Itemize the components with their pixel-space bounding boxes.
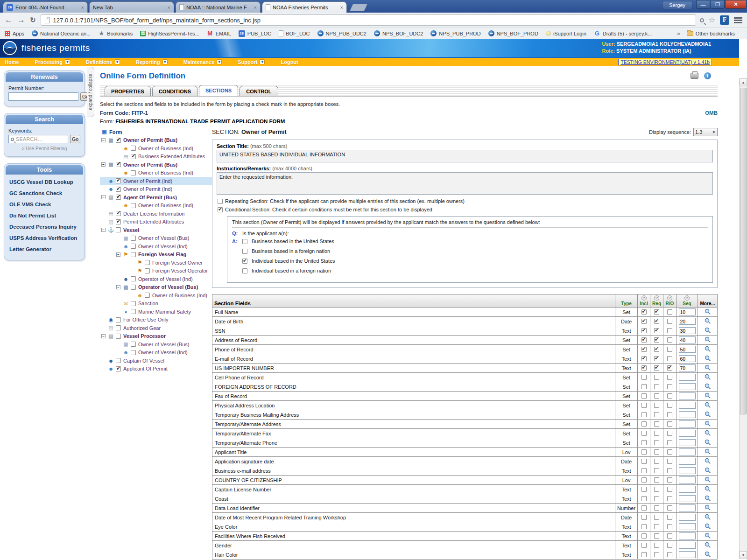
search-go-button[interactable]: Go [70,135,80,143]
nav-item-maintenance[interactable]: Maintenance ▼ [183,59,222,65]
incl-checkbox[interactable] [641,552,647,557]
tree-node-checkbox[interactable] [131,309,136,314]
seq-input[interactable] [679,392,696,399]
collapse-node-icon[interactable]: − [101,334,106,338]
bookmark-item[interactable]: 26 PUB_LOC [239,30,271,37]
req-checkbox[interactable] [654,533,659,539]
magnifier-icon[interactable] [705,467,711,474]
ro-checkbox[interactable] [667,384,672,389]
incl-checkbox[interactable] [641,384,647,389]
tree-node[interactable]: ☻ Operator of Vessel (Ind) [100,275,212,283]
tree-node-checkbox[interactable] [116,162,121,167]
collapse-node-icon[interactable]: − [116,252,120,257]
zoom-search-icon[interactable] [700,18,704,22]
req-checkbox[interactable] [654,449,659,455]
extension-icon[interactable]: F [720,15,729,25]
address-bar[interactable]: 127.0.0.1:7101/NPS_BOF/bof_form_def/nps_… [41,14,696,26]
incl-checkbox[interactable] [641,309,647,315]
ro-checkbox[interactable] [667,319,672,324]
seq-input[interactable] [679,430,696,437]
tree-node[interactable]: −▤ Vessel Processor [100,332,212,341]
req-checkbox[interactable] [654,468,659,473]
help-icon[interactable]: ? [684,295,690,301]
tree-node-checkbox[interactable] [116,334,121,339]
magnifier-icon[interactable] [705,336,711,343]
magnifier-icon[interactable] [705,318,711,324]
search-input[interactable]: SEARCH... [8,135,68,143]
tree-node-checkbox[interactable] [131,276,136,281]
magnifier-icon[interactable] [705,346,711,352]
ro-checkbox[interactable] [667,356,672,361]
magnifier-icon[interactable] [705,476,711,483]
seq-input[interactable] [679,523,696,530]
print-icon[interactable] [691,73,698,79]
tree-node-checkbox[interactable] [116,317,121,322]
req-checkbox[interactable] [654,515,659,520]
seq-input[interactable] [679,495,696,502]
magnifier-icon[interactable] [705,448,711,455]
tree-node-checkbox[interactable] [145,260,150,265]
tree-node[interactable]: ◖ Marine Mammal Safety [100,308,212,316]
permit-filtering-link[interactable]: > Use Permit Filtering [8,146,80,151]
magnifier-icon[interactable] [705,504,711,511]
url-text[interactable]: 127.0.0.1:7101/NPS_BOF/bof_form_def/nps_… [53,17,261,24]
magnifier-icon[interactable] [705,374,711,380]
incl-checkbox[interactable] [641,449,647,455]
req-checkbox[interactable] [654,496,659,501]
environment-badge[interactable]: TESTING ENVIRONMENT(UAT) v 1.41b [618,59,712,65]
tree-node-checkbox[interactable] [131,146,136,151]
magnifier-icon[interactable] [705,514,711,520]
incl-checkbox[interactable] [641,365,647,371]
tab-close-icon[interactable]: × [168,5,170,10]
browser-tab[interactable]: New Tab × [89,1,174,13]
scroll-down-icon[interactable]: ▼ [740,551,747,559]
req-checkbox[interactable] [654,365,659,371]
magnifier-icon[interactable] [705,327,711,334]
collapse-node-icon[interactable]: − [101,228,106,232]
req-checkbox[interactable] [654,440,659,445]
tree-node-checkbox[interactable] [131,154,136,159]
ro-checkbox[interactable] [667,309,672,315]
ro-checkbox[interactable] [667,347,672,352]
ro-checkbox[interactable] [667,365,672,371]
section-title-input[interactable]: UNITED STATES BASED INDIVIDUAL INFORMATI… [217,150,713,162]
ro-checkbox[interactable] [667,543,672,548]
seq-input[interactable] [679,411,696,418]
seq-input[interactable] [679,532,696,539]
tree-node[interactable]: ▦ Owner of Vessel (Bus) [100,234,212,243]
bookmark-item[interactable]: iSupport Login [546,31,586,36]
tree-node-checkbox[interactable] [116,211,121,216]
req-checkbox[interactable] [654,403,659,408]
incl-checkbox[interactable] [641,440,647,445]
tree-node-checkbox[interactable] [145,268,150,273]
ro-checkbox[interactable] [667,552,672,557]
req-checkbox[interactable] [654,459,659,464]
ro-checkbox[interactable] [667,421,672,427]
incl-checkbox[interactable] [641,543,647,548]
magnifier-icon[interactable] [705,392,711,399]
bookmark-item[interactable]: National Oceanic an... [32,30,91,36]
tree-node[interactable]: ▤ Business Extended Attributes [100,153,212,161]
tree-node-checkbox[interactable] [131,342,136,347]
bookmarks-overflow-icon[interactable]: » [677,30,680,37]
magnifier-icon[interactable] [705,439,711,446]
tool-link-deceased-persons-inquiry[interactable]: Deceased Persons Inquiry [7,221,81,232]
tree-node[interactable]: ▣ Form [100,128,212,136]
bookmark-item[interactable]: G Drafts (5) - sergey.k... [594,30,652,37]
tab-control[interactable]: CONTROL [240,86,278,96]
tree-node-checkbox[interactable] [116,138,121,143]
seq-input[interactable] [679,486,696,493]
ro-checkbox[interactable] [667,328,672,333]
dropdown-indicator-icon[interactable]: ▼ [115,59,120,64]
tree-node-checkbox[interactable] [131,170,136,175]
bookmark-item[interactable]: ★ Bookmarks [98,30,133,37]
req-checkbox[interactable] [654,384,659,389]
ro-checkbox[interactable] [667,459,672,464]
collapse-node-icon[interactable]: − [101,162,106,167]
answer-checkbox[interactable] [242,259,247,264]
req-checkbox[interactable] [654,375,659,380]
display-sequence-select[interactable]: 1.3▼ [693,128,718,136]
incl-checkbox[interactable] [641,412,647,417]
dropdown-indicator-icon[interactable]: ▼ [162,59,168,64]
tab-close-icon[interactable]: × [254,5,257,10]
